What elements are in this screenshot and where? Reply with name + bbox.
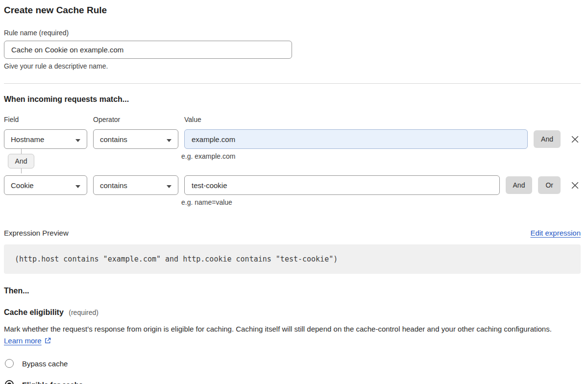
radio-selected-icon[interactable] [5, 380, 14, 384]
cache-eligibility-options: Bypass cache Eligible for cache [4, 358, 581, 384]
cache-eligibility-description: Mark whether the request’s response from… [4, 323, 572, 348]
expression-preview-label: Expression Preview [4, 229, 69, 237]
external-link-icon [44, 337, 51, 346]
condition-row: Cookie contains And Or [4, 175, 581, 195]
rule-name-label: Rule name (required) [4, 29, 581, 37]
required-note: (required) [69, 309, 98, 316]
then-heading: Then... [4, 287, 581, 295]
close-icon [570, 138, 580, 145]
cache-eligibility-title: Cache eligibility [4, 308, 64, 316]
expression-code: (http.host contains "example.com" and ht… [4, 244, 581, 274]
field-select[interactable]: Cookie [4, 175, 87, 195]
operator-select-value: contains [100, 181, 127, 190]
learn-more-link[interactable]: Learn more [4, 336, 42, 345]
rule-name-help: Give your rule a descriptive name. [4, 62, 581, 70]
value-input[interactable] [184, 129, 528, 149]
match-heading: When incoming requests match... [4, 95, 581, 104]
chevron-down-icon [167, 181, 172, 190]
connector-line [21, 149, 22, 154]
operator-select-value: contains [100, 135, 127, 144]
field-select[interactable]: Hostname [4, 129, 87, 149]
edit-expression-link[interactable]: Edit expression [530, 229, 581, 237]
condition-column-headers: Field Operator Value [4, 116, 581, 123]
and-connector: And [8, 149, 34, 173]
remove-condition-button[interactable] [569, 134, 581, 145]
operator-select[interactable]: contains [93, 129, 178, 149]
description-text: Mark whether the request’s response from… [4, 325, 552, 333]
create-cache-rule-form: Create new Cache Rule Rule name (require… [0, 0, 588, 384]
bypass-cache-option[interactable]: Bypass cache [4, 358, 581, 369]
page-title: Create new Cache Rule [4, 5, 581, 16]
chevron-down-icon [75, 135, 80, 144]
close-icon [570, 184, 580, 192]
remove-condition-button[interactable] [569, 180, 581, 191]
connector-line [21, 168, 22, 173]
value-hint: e.g. name=value [181, 198, 581, 206]
radio-unselected-icon[interactable] [5, 359, 14, 368]
or-condition-button[interactable]: Or [538, 176, 561, 194]
chevron-down-icon [167, 135, 172, 144]
expression-preview-header: Expression Preview Edit expression [4, 229, 581, 237]
value-column-header: Value [184, 116, 201, 123]
condition-row: Hostname contains And [4, 129, 581, 149]
connector-zone: e.g. example.com And [4, 149, 581, 175]
operator-column-header: Operator [93, 116, 178, 123]
eligible-for-cache-label: Eligible for cache [22, 381, 83, 384]
and-condition-button[interactable]: And [506, 176, 533, 194]
and-connector-button[interactable]: And [8, 154, 35, 168]
field-select-value: Cookie [11, 181, 34, 190]
operator-select[interactable]: contains [93, 175, 178, 195]
chevron-down-icon [75, 181, 80, 190]
field-column-header: Field [4, 116, 87, 123]
cache-eligibility-heading: Cache eligibility (required) [4, 308, 581, 317]
value-input[interactable] [184, 175, 500, 195]
section-divider [4, 83, 581, 84]
value-hint: e.g. example.com [181, 149, 581, 160]
rule-name-input[interactable] [4, 41, 292, 59]
bypass-cache-label: Bypass cache [22, 360, 68, 368]
field-select-value: Hostname [11, 135, 44, 144]
eligible-for-cache-option[interactable]: Eligible for cache [4, 379, 581, 384]
and-condition-button[interactable]: And [534, 130, 561, 148]
